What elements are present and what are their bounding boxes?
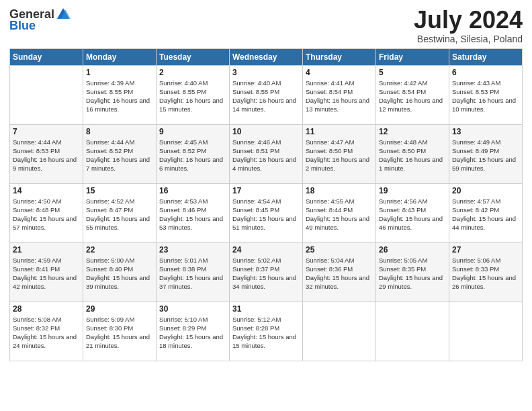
page: General Blue July 2024 Bestwina, Silesia…: [0, 0, 532, 411]
calendar-cell: 1 Sunrise: 4:39 AMSunset: 8:55 PMDayligh…: [83, 65, 157, 124]
day-number: 12: [379, 127, 446, 136]
day-number: 27: [452, 245, 519, 255]
calendar-header-row: SundayMondayTuesdayWednesdayThursdayFrid…: [10, 48, 523, 65]
calendar-cell: [376, 302, 449, 361]
day-number: 8: [86, 127, 153, 136]
day-info: Sunrise: 4:40 AMSunset: 8:55 PMDaylight:…: [159, 79, 223, 113]
calendar-cell: 12 Sunrise: 4:48 AMSunset: 8:50 PMDaylig…: [376, 124, 449, 183]
calendar-week-3: 14 Sunrise: 4:50 AMSunset: 8:48 PMDaylig…: [10, 183, 523, 242]
day-number: 4: [306, 68, 373, 77]
calendar-cell: 18 Sunrise: 4:55 AMSunset: 8:44 PMDaylig…: [303, 183, 376, 242]
calendar-header-tuesday: Tuesday: [157, 48, 230, 65]
calendar-header-monday: Monday: [83, 48, 157, 65]
main-title: July 2024: [414, 7, 523, 34]
day-number: 7: [13, 127, 80, 136]
day-number: 1: [86, 68, 153, 77]
day-info: Sunrise: 4:44 AMSunset: 8:53 PMDaylight:…: [13, 138, 77, 173]
calendar-table: SundayMondayTuesdayWednesdayThursdayFrid…: [9, 48, 523, 361]
day-info: Sunrise: 4:43 AMSunset: 8:53 PMDaylight:…: [452, 79, 516, 113]
day-info: Sunrise: 4:48 AMSunset: 8:50 PMDaylight:…: [379, 138, 443, 173]
calendar-cell: 23 Sunrise: 5:01 AMSunset: 8:38 PMDaylig…: [157, 242, 230, 302]
title-block: July 2024 Bestwina, Silesia, Poland: [414, 7, 523, 44]
day-number: 16: [159, 186, 226, 195]
day-info: Sunrise: 5:05 AMSunset: 8:35 PMDaylight:…: [379, 257, 443, 291]
calendar-cell: 6 Sunrise: 4:43 AMSunset: 8:53 PMDayligh…: [449, 65, 523, 124]
calendar-cell: 29 Sunrise: 5:09 AMSunset: 8:30 PMDaylig…: [83, 302, 157, 361]
calendar-header-sunday: Sunday: [10, 48, 83, 65]
day-info: Sunrise: 5:08 AMSunset: 8:32 PMDaylight:…: [13, 316, 77, 350]
calendar-cell: 8 Sunrise: 4:44 AMSunset: 8:52 PMDayligh…: [83, 124, 157, 183]
calendar-week-5: 28 Sunrise: 5:08 AMSunset: 8:32 PMDaylig…: [10, 302, 523, 361]
day-info: Sunrise: 4:46 AMSunset: 8:51 PMDaylight:…: [232, 138, 296, 173]
day-info: Sunrise: 5:00 AMSunset: 8:40 PMDaylight:…: [86, 257, 150, 291]
day-info: Sunrise: 5:01 AMSunset: 8:38 PMDaylight:…: [159, 257, 223, 291]
calendar-header-saturday: Saturday: [449, 48, 523, 65]
calendar-cell: 24 Sunrise: 5:02 AMSunset: 8:37 PMDaylig…: [230, 242, 303, 302]
day-info: Sunrise: 4:55 AMSunset: 8:44 PMDaylight:…: [306, 197, 369, 232]
calendar-week-1: 1 Sunrise: 4:39 AMSunset: 8:55 PMDayligh…: [10, 65, 523, 124]
day-info: Sunrise: 4:56 AMSunset: 8:43 PMDaylight:…: [379, 197, 443, 232]
calendar-cell: 10 Sunrise: 4:46 AMSunset: 8:51 PMDaylig…: [230, 124, 303, 183]
calendar-cell: 15 Sunrise: 4:52 AMSunset: 8:47 PMDaylig…: [83, 183, 157, 242]
day-number: 5: [379, 68, 446, 77]
day-number: 30: [159, 304, 226, 314]
calendar-cell: 5 Sunrise: 4:42 AMSunset: 8:54 PMDayligh…: [376, 65, 449, 124]
subtitle: Bestwina, Silesia, Poland: [414, 34, 523, 44]
day-info: Sunrise: 5:04 AMSunset: 8:36 PMDaylight:…: [306, 257, 369, 291]
calendar-header-wednesday: Wednesday: [230, 48, 303, 65]
calendar-week-4: 21 Sunrise: 4:59 AMSunset: 8:41 PMDaylig…: [10, 242, 523, 302]
calendar-cell: 26 Sunrise: 5:05 AMSunset: 8:35 PMDaylig…: [376, 242, 449, 302]
day-info: Sunrise: 4:39 AMSunset: 8:55 PMDaylight:…: [86, 79, 150, 113]
day-info: Sunrise: 4:45 AMSunset: 8:52 PMDaylight:…: [159, 138, 223, 173]
day-info: Sunrise: 4:59 AMSunset: 8:41 PMDaylight:…: [13, 257, 77, 291]
day-number: 15: [86, 186, 153, 195]
calendar-cell: 27 Sunrise: 5:06 AMSunset: 8:33 PMDaylig…: [449, 242, 523, 302]
day-number: 29: [86, 304, 153, 314]
calendar-cell: 20 Sunrise: 4:57 AMSunset: 8:42 PMDaylig…: [449, 183, 523, 242]
calendar-header-thursday: Thursday: [303, 48, 376, 65]
day-info: Sunrise: 5:12 AMSunset: 8:28 PMDaylight:…: [232, 316, 296, 350]
calendar-cell: [449, 302, 523, 361]
calendar-cell: 9 Sunrise: 4:45 AMSunset: 8:52 PMDayligh…: [157, 124, 230, 183]
calendar-header-friday: Friday: [376, 48, 449, 65]
day-info: Sunrise: 4:53 AMSunset: 8:46 PMDaylight:…: [159, 197, 223, 232]
day-info: Sunrise: 4:41 AMSunset: 8:54 PMDaylight:…: [306, 79, 369, 113]
day-number: 6: [452, 68, 519, 77]
calendar-cell: 2 Sunrise: 4:40 AMSunset: 8:55 PMDayligh…: [157, 65, 230, 124]
calendar-cell: 16 Sunrise: 4:53 AMSunset: 8:46 PMDaylig…: [157, 183, 230, 242]
calendar-cell: 13 Sunrise: 4:49 AMSunset: 8:49 PMDaylig…: [449, 124, 523, 183]
calendar-cell: 28 Sunrise: 5:08 AMSunset: 8:32 PMDaylig…: [10, 302, 83, 361]
day-number: 26: [379, 245, 446, 255]
day-number: 22: [86, 245, 153, 255]
day-info: Sunrise: 4:52 AMSunset: 8:47 PMDaylight:…: [86, 197, 150, 232]
day-number: 23: [159, 245, 226, 255]
calendar-cell: 25 Sunrise: 5:04 AMSunset: 8:36 PMDaylig…: [303, 242, 376, 302]
calendar-cell: 11 Sunrise: 4:47 AMSunset: 8:50 PMDaylig…: [303, 124, 376, 183]
day-number: 20: [452, 186, 519, 195]
day-info: Sunrise: 4:49 AMSunset: 8:49 PMDaylight:…: [452, 138, 516, 173]
day-info: Sunrise: 4:47 AMSunset: 8:50 PMDaylight:…: [306, 138, 369, 173]
calendar-cell: 22 Sunrise: 5:00 AMSunset: 8:40 PMDaylig…: [83, 242, 157, 302]
day-number: 3: [232, 68, 300, 77]
day-number: 24: [232, 245, 300, 255]
logo-icon: [56, 7, 71, 21]
day-number: 18: [306, 186, 373, 195]
day-number: 14: [13, 186, 80, 195]
day-number: 19: [379, 186, 446, 195]
calendar-cell: 4 Sunrise: 4:41 AMSunset: 8:54 PMDayligh…: [303, 65, 376, 124]
calendar-cell: 14 Sunrise: 4:50 AMSunset: 8:48 PMDaylig…: [10, 183, 83, 242]
day-info: Sunrise: 4:44 AMSunset: 8:52 PMDaylight:…: [86, 138, 150, 173]
calendar-cell: 3 Sunrise: 4:40 AMSunset: 8:55 PMDayligh…: [230, 65, 303, 124]
day-info: Sunrise: 4:40 AMSunset: 8:55 PMDaylight:…: [232, 79, 296, 113]
day-number: 31: [232, 304, 300, 314]
day-info: Sunrise: 4:42 AMSunset: 8:54 PMDaylight:…: [379, 79, 443, 113]
day-number: 21: [13, 245, 80, 255]
header: General Blue July 2024 Bestwina, Silesia…: [9, 7, 523, 44]
logo: General Blue: [9, 7, 71, 33]
calendar-cell: 17 Sunrise: 4:54 AMSunset: 8:45 PMDaylig…: [230, 183, 303, 242]
calendar-cell: [303, 302, 376, 361]
day-info: Sunrise: 4:50 AMSunset: 8:48 PMDaylight:…: [13, 197, 77, 232]
calendar-cell: 7 Sunrise: 4:44 AMSunset: 8:53 PMDayligh…: [10, 124, 83, 183]
day-number: 25: [306, 245, 373, 255]
calendar-cell: 31 Sunrise: 5:12 AMSunset: 8:28 PMDaylig…: [230, 302, 303, 361]
